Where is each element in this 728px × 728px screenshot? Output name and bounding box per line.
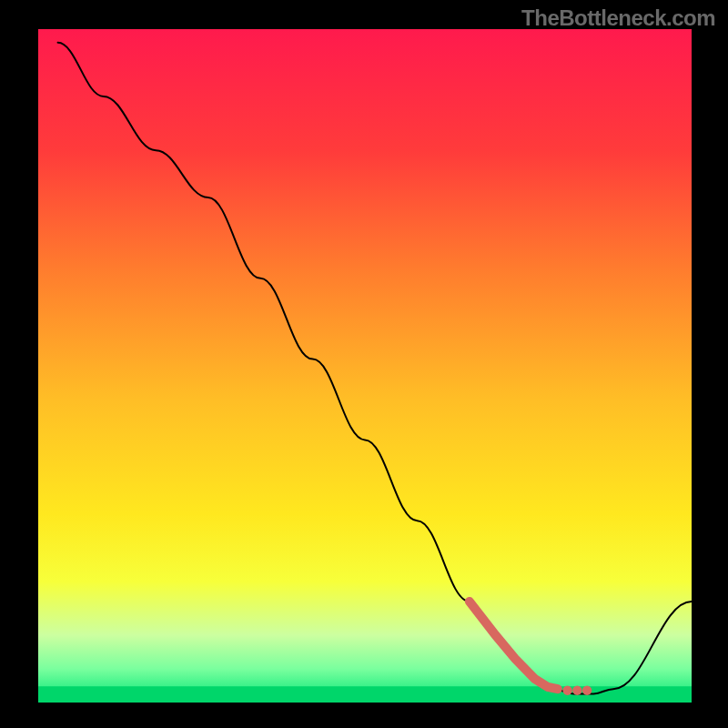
gradient-background [38, 29, 692, 703]
highlight-dot [572, 685, 581, 694]
highlight-dot [562, 685, 571, 694]
highlight-dot [582, 685, 592, 694]
chart-canvas [0, 0, 728, 728]
watermark-text: TheBottleneck.com [521, 5, 715, 31]
bottleneck-chart: TheBottleneck.com [0, 0, 728, 728]
